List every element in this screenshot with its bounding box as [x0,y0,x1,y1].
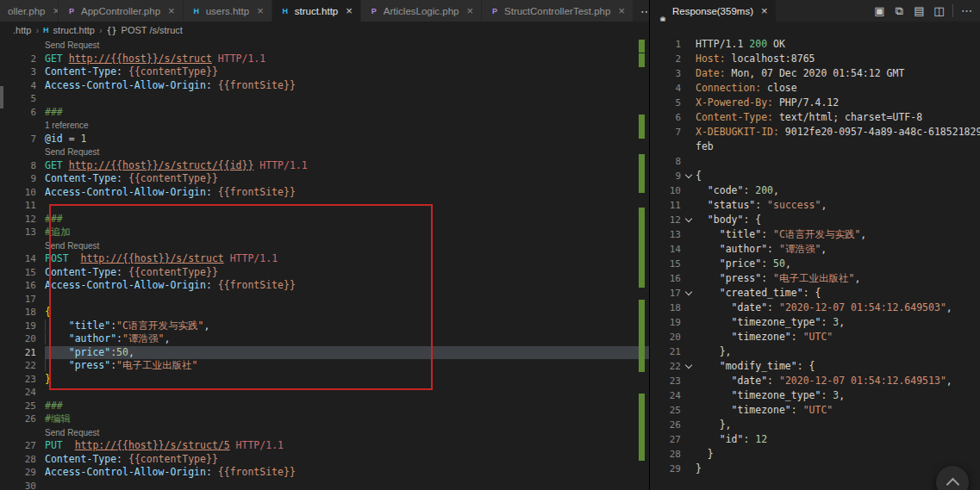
codelens: Send Request [45,146,649,159]
save-icon[interactable]: ▣ [871,1,889,22]
more-tabs-button[interactable]: ⋯ [634,0,649,22]
code-token: close [761,82,797,94]
response-line: 14 "author": "谭浩强", [650,242,980,257]
line-number: 10 [650,183,681,198]
response-line: 25 "timezone": "UTC" [650,403,980,418]
line-number: 10 [0,186,45,200]
line-number: 14 [0,252,45,266]
line-number: 23 [0,373,45,387]
line-number: 25 [0,400,45,413]
line-number: 28 [650,447,681,462]
overview-ruler-mark [639,394,645,461]
code-token: "success" [767,199,821,211]
code-token: 50 [773,257,785,270]
line-number: 3 [0,65,45,79]
fold-gutter [681,432,696,447]
code-token: "title" [720,228,761,240]
code-token: Content-Type: [696,111,773,123]
code-line-content: } [696,447,980,462]
code-token: , [773,184,779,196]
more-actions-icon[interactable]: ⋯ [958,1,976,22]
breadcrumb-folder[interactable]: .http [13,25,31,35]
code-line-content: "code": 200, [696,183,980,198]
tab-appcontroller-php[interactable]: PAppController.php× [59,0,184,22]
codelens-row: Send Request [0,426,649,440]
chevron-up-icon [946,478,959,490]
response-line: 28 } [650,447,980,462]
code-line-content: "created_time": { [696,286,980,301]
code-token: http://{{host}}/s/struct/{{id}} [69,159,254,171]
overview-ruler-mark [639,53,645,67]
preview-icon[interactable]: ▤ [910,1,928,22]
code-line: 17 [0,293,649,307]
close-icon[interactable]: × [346,4,353,17]
fold-gutter [681,52,696,66]
code-line: 11 [0,199,649,213]
code-token: Host: [696,53,726,65]
response-line: 10 "code": 200, [650,183,980,198]
code-line: 13#追加 [0,226,649,239]
line-number: 22 [0,359,45,373]
tab-oller-php[interactable]: oller.php× [0,0,59,22]
response-line: 21 }, [650,344,980,359]
code-token: Content-Type [45,172,116,184]
codelens-send-request[interactable]: Send Request [45,241,99,251]
code-token [696,316,732,328]
split-editor-icon[interactable]: ◫ [930,1,948,22]
codelens-1-reference[interactable]: 1 reference [45,121,89,130]
tab-struct-http[interactable]: Hstruct.http× [272,0,361,22]
overview-ruler-mark [639,115,645,139]
code-token: PHP/7.4.12 [773,96,839,109]
close-icon[interactable]: × [466,4,473,17]
tab-response-359ms[interactable]: ◉Response(359ms)× [650,0,777,22]
php-file-icon: P [490,7,500,16]
chevron-down-icon [684,215,691,222]
code-token [69,252,81,264]
fold-toggle[interactable] [681,213,696,227]
code-token: , [203,319,209,332]
response-line: 7X-DEBUGKIT-ID: 9012fe20-0957-4a89-a48c-… [650,125,980,140]
code-line-content: PUT http://{{host}}/s/struct/5 HTTP/1.1 [45,439,649,453]
code-line-content: Content-Type: {{contentType}} [45,172,649,186]
tab-bar-left: oller.php×PAppController.php×Husers.http… [0,0,649,22]
code-token: HTTP/1.1 [236,439,284,451]
code-token: } [696,448,714,460]
line-number: 29 [650,462,681,476]
breadcrumb-symbol[interactable]: POST /s/struct [122,25,183,35]
code-line-content: #追加 [45,226,649,239]
codelens-send-request[interactable]: Send Request [45,40,99,50]
close-icon[interactable]: × [618,4,625,17]
code-token [696,287,720,299]
code-token: "author" [720,243,767,255]
response-line: 8 [650,154,980,169]
fold-toggle[interactable] [681,359,696,374]
code-line-content: Content-Type: {{contentType}} [45,266,649,280]
response-line: 4Connection: close [650,81,980,96]
tab-articleslogic-php[interactable]: PArticlesLogic.php× [361,0,482,22]
code-line-content: "id": 12 [696,432,980,447]
code-token [224,252,230,264]
code-line-content: Content-Type: {{contentType}} [45,453,649,467]
fold-toggle[interactable] [681,169,696,183]
response-panel[interactable]: 1HTTP/1.1 200 OK2Host: localhost:87653Da… [650,22,980,490]
tab-structcontrollertest-php[interactable]: PStructControllerTest.php× [482,0,634,22]
tab-users-http[interactable]: Husers.http× [184,0,272,22]
code-token [45,319,69,332]
codelens-send-request[interactable]: Send Request [45,147,99,157]
line-number: 20 [0,332,45,346]
close-icon[interactable]: × [761,4,768,17]
fold-toggle[interactable] [681,286,696,301]
code-token: X-DEBUGKIT-ID: [696,126,779,138]
breadcrumb-file[interactable]: struct.http [53,25,95,35]
line-number: 18 [650,301,681,315]
close-icon[interactable]: × [168,4,175,17]
close-icon[interactable]: × [257,4,264,17]
code-line: 7@id = 1 [0,133,649,146]
line-number: 7 [650,125,681,140]
codelens-send-request[interactable]: Send Request [45,428,99,437]
line-number: 11 [0,199,45,213]
editor-struct-http[interactable]: Send Request2GET http://{{host}}/s/struc… [0,39,649,490]
code-token: : [743,184,755,196]
copy-icon[interactable]: ⧉ [890,1,908,22]
code-line: 10Access-Control-Allow-Origin: {{frontSi… [0,186,649,200]
